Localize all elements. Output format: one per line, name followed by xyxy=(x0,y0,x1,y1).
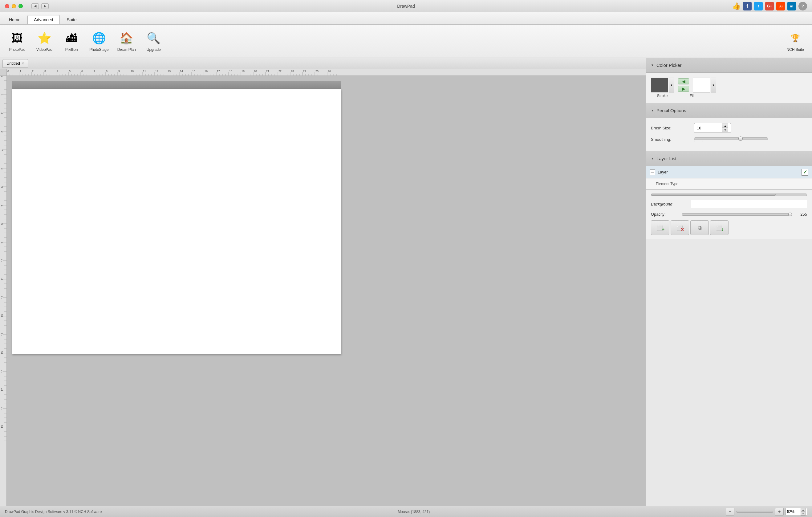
brush-size-down[interactable]: ▼ xyxy=(722,128,728,132)
zoom-value: 52% xyxy=(787,510,794,514)
add-layer-icon: ⬜ + xyxy=(657,224,663,231)
close-button[interactable] xyxy=(5,4,9,8)
forward-button[interactable]: ▶ xyxy=(41,3,49,9)
canvas-header-bar xyxy=(12,81,341,89)
canvas-side: Untitled × xyxy=(0,58,646,506)
like-icon[interactable]: 👍 xyxy=(732,2,741,10)
document-tab-name: Untitled xyxy=(6,61,20,66)
facebook-icon[interactable]: f xyxy=(743,2,752,10)
google-plus-icon[interactable]: G+ xyxy=(765,2,774,10)
toolbar-videopad[interactable]: ⭐ VideoPad xyxy=(32,29,57,54)
move-layer-down-button[interactable]: ⬜ ↓ xyxy=(710,220,728,235)
background-label: Background xyxy=(651,202,691,206)
zoom-in-button[interactable]: + xyxy=(775,508,784,516)
smoothing-slider-track[interactable] xyxy=(694,137,768,140)
tick xyxy=(727,141,727,142)
color-picker-row: ▼ ◀ ▶ ▼ xyxy=(651,78,807,92)
tab-suite[interactable]: Suite xyxy=(60,15,83,24)
document-tab-close[interactable]: × xyxy=(22,61,24,66)
color-swap[interactable]: ◀ ▶ xyxy=(678,78,689,92)
color-picker-triangle: ▼ xyxy=(651,63,654,67)
element-type-label: Element Type xyxy=(656,182,678,186)
pencil-options-content: Brush Size: 10 ▲ ▼ Smoothing: xyxy=(646,118,812,151)
upgrade-icon: 🔍 xyxy=(146,31,161,46)
smoothing-slider-container xyxy=(694,137,768,142)
photostage-label: PhotoStage xyxy=(89,48,109,52)
fill-swatch[interactable] xyxy=(693,78,710,92)
minimize-button[interactable] xyxy=(12,4,16,8)
layer-bottom-controls: Background Opacity: 255 ⬜ + xyxy=(646,190,812,239)
tick xyxy=(719,141,719,142)
layer-list-header[interactable]: ▼ Layer List xyxy=(646,151,812,166)
stumbleupon-icon[interactable]: Su xyxy=(776,2,785,10)
nch-suite-label: NCH Suite xyxy=(786,48,804,52)
add-layer-button[interactable]: ⬜ + xyxy=(651,220,669,235)
zoom-slider[interactable] xyxy=(736,511,773,513)
swap-arrow-left[interactable]: ◀ xyxy=(678,78,689,84)
tick xyxy=(759,141,759,142)
horizontal-ruler-canvas xyxy=(7,69,646,76)
pencil-options-header[interactable]: ▼ Pencil Options xyxy=(646,103,812,118)
tick xyxy=(710,141,711,142)
zoom-display: 52% ▲ ▼ xyxy=(785,508,807,516)
brush-size-label: Brush Size: xyxy=(651,126,694,130)
tab-home[interactable]: Home xyxy=(2,15,27,24)
upgrade-label: Upgrade xyxy=(147,48,161,52)
titlebar: ◀ ▶ DrawPad 👍 f t G+ Su in ? xyxy=(0,0,812,12)
fill-group: ▼ xyxy=(693,78,716,92)
zoom-down[interactable]: ▼ xyxy=(801,512,806,515)
stroke-dropdown[interactable]: ▼ xyxy=(669,78,674,92)
layer-visibility-checkbox[interactable]: ✓ xyxy=(802,169,808,176)
brush-size-value: 10 xyxy=(697,126,722,130)
toolbar-upgrade[interactable]: 🔍 Upgrade xyxy=(141,29,166,54)
tab-advanced[interactable]: Advanced xyxy=(27,15,59,24)
tick xyxy=(751,141,751,142)
color-picker-content: ▼ ◀ ▶ ▼ Stroke Fill xyxy=(646,73,812,103)
photopad-label: PhotoPad xyxy=(9,48,26,52)
brush-size-input[interactable]: 10 ▲ ▼ xyxy=(694,123,731,133)
document-tab[interactable]: Untitled × xyxy=(2,59,28,68)
twitter-icon[interactable]: t xyxy=(754,2,763,10)
layer-buttons: ⬜ + ⬜ ✕ ⧉ ⬜ ↓ xyxy=(651,220,807,235)
layer-collapse-button[interactable]: — xyxy=(650,169,655,175)
copy-layer-icon: ⧉ xyxy=(698,225,702,231)
toolbar-photopad[interactable]: 🖼 PhotoPad xyxy=(5,29,30,54)
drawing-surface[interactable] xyxy=(12,89,341,354)
back-button[interactable]: ◀ xyxy=(31,3,39,9)
opacity-thumb[interactable] xyxy=(788,212,792,216)
help-icon[interactable]: ? xyxy=(799,2,807,10)
canvas-scroll-area[interactable] xyxy=(7,76,646,506)
checkmark-icon: ✓ xyxy=(803,169,807,175)
copy-layer-button[interactable]: ⧉ xyxy=(690,220,709,235)
tick xyxy=(703,141,703,142)
zoom-up[interactable]: ▲ xyxy=(801,508,806,512)
linkedin-icon[interactable]: in xyxy=(787,2,796,10)
dreamplan-label: DreamPlan xyxy=(117,48,136,52)
opacity-value: 255 xyxy=(795,212,807,217)
toolbar-nch-suite[interactable]: 🏆 NCH Suite xyxy=(783,29,807,54)
color-picker-header[interactable]: ▼ Color Picker xyxy=(646,58,812,73)
toolbar-dreamplan[interactable]: 🏠 DreamPlan xyxy=(114,29,139,54)
scrollbar-thumb[interactable] xyxy=(651,194,776,196)
layer-list-title: Layer List xyxy=(657,156,676,161)
smoothing-slider-thumb[interactable] xyxy=(738,137,743,141)
brush-size-up[interactable]: ▲ xyxy=(722,123,728,128)
layer-scrollbar[interactable] xyxy=(651,194,807,196)
opacity-slider[interactable] xyxy=(682,213,792,216)
color-picker-section: ▼ Color Picker ▼ ◀ ▶ ▼ xyxy=(646,58,812,103)
remove-layer-button[interactable]: ⬜ ✕ xyxy=(671,220,689,235)
stroke-swatch[interactable] xyxy=(651,78,668,92)
maximize-button[interactable] xyxy=(19,4,23,8)
background-swatch[interactable] xyxy=(691,200,807,208)
fill-dropdown[interactable]: ▼ xyxy=(710,78,716,92)
toolbar-photostage[interactable]: 🌐 PhotoStage xyxy=(86,29,112,54)
social-bar: 👍 f t G+ Su in ? xyxy=(732,2,807,10)
zoom-controls: − + 52% ▲ ▼ xyxy=(726,508,807,516)
zoom-out-button[interactable]: − xyxy=(726,508,734,516)
tick xyxy=(767,141,767,142)
inner-canvas xyxy=(7,76,346,353)
photostage-icon: 🌐 xyxy=(91,31,106,46)
ruler-horizontal xyxy=(7,69,646,76)
toolbar-pixillion[interactable]: 🏙 Pixillion xyxy=(59,29,84,54)
swap-arrow-right[interactable]: ▶ xyxy=(678,86,689,92)
